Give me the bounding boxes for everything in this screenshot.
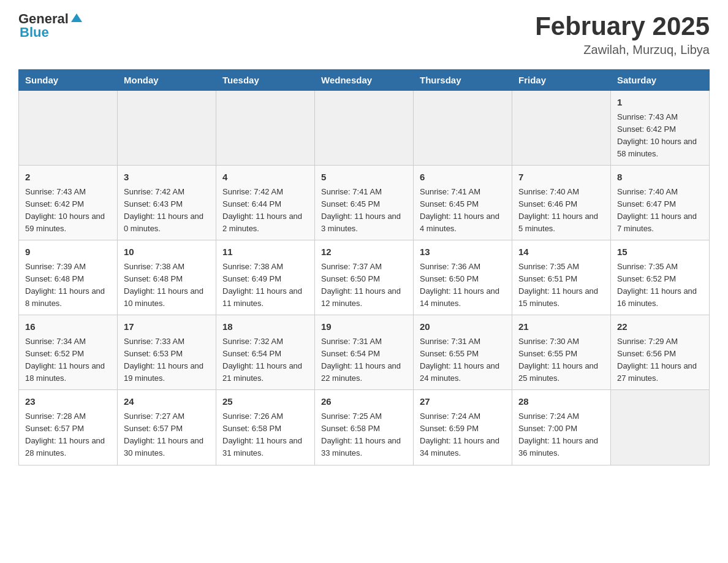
day-info: Sunrise: 7:28 AMSunset: 6:57 PMDaylight:…	[25, 412, 105, 458]
calendar-day-cell	[611, 390, 710, 465]
day-info: Sunrise: 7:30 AMSunset: 6:55 PMDaylight:…	[518, 337, 598, 383]
calendar-day-cell: 11Sunrise: 7:38 AMSunset: 6:49 PMDayligh…	[216, 240, 315, 315]
day-info: Sunrise: 7:36 AMSunset: 6:50 PMDaylight:…	[420, 262, 499, 308]
calendar-day-cell: 3Sunrise: 7:42 AMSunset: 6:43 PMDaylight…	[118, 166, 216, 240]
calendar-week-row: 2Sunrise: 7:43 AMSunset: 6:42 PMDaylight…	[19, 166, 710, 240]
day-number: 21	[518, 320, 604, 334]
day-of-week-header: Thursday	[414, 70, 512, 91]
day-number: 28	[518, 395, 604, 409]
day-number: 11	[222, 245, 308, 259]
day-number: 13	[420, 245, 506, 259]
day-info: Sunrise: 7:39 AMSunset: 6:48 PMDaylight:…	[25, 262, 105, 308]
logo: General Blue	[18, 12, 83, 39]
calendar-day-cell: 4Sunrise: 7:42 AMSunset: 6:44 PMDaylight…	[216, 166, 315, 240]
calendar-day-cell: 8Sunrise: 7:40 AMSunset: 6:47 PMDaylight…	[611, 166, 710, 240]
logo-general-text: General	[18, 12, 69, 26]
day-info: Sunrise: 7:31 AMSunset: 6:55 PMDaylight:…	[420, 337, 499, 383]
day-number: 6	[420, 170, 506, 185]
calendar-day-cell: 5Sunrise: 7:41 AMSunset: 6:45 PMDaylight…	[315, 166, 414, 240]
day-info: Sunrise: 7:25 AMSunset: 6:58 PMDaylight:…	[321, 412, 401, 458]
calendar-week-row: 1Sunrise: 7:43 AMSunset: 6:42 PMDaylight…	[19, 91, 710, 166]
day-number: 19	[321, 320, 407, 334]
calendar-header-row: SundayMondayTuesdayWednesdayThursdayFrid…	[19, 70, 710, 91]
calendar-day-cell: 25Sunrise: 7:26 AMSunset: 6:58 PMDayligh…	[216, 390, 315, 465]
title-section: February 2025 Zawilah, Murzuq, Libya	[535, 12, 710, 57]
day-number: 22	[617, 320, 703, 334]
day-of-week-header: Wednesday	[315, 70, 414, 91]
day-info: Sunrise: 7:40 AMSunset: 6:47 PMDaylight:…	[617, 187, 697, 233]
calendar-day-cell: 18Sunrise: 7:32 AMSunset: 6:54 PMDayligh…	[216, 315, 315, 390]
day-info: Sunrise: 7:31 AMSunset: 6:54 PMDaylight:…	[321, 337, 401, 383]
day-number: 14	[518, 245, 604, 259]
day-of-week-header: Tuesday	[216, 70, 315, 91]
logo-blue-text: Blue	[18, 26, 49, 39]
calendar-week-row: 23Sunrise: 7:28 AMSunset: 6:57 PMDayligh…	[19, 390, 710, 465]
day-info: Sunrise: 7:38 AMSunset: 6:49 PMDaylight:…	[222, 262, 302, 308]
calendar-day-cell: 9Sunrise: 7:39 AMSunset: 6:48 PMDaylight…	[19, 240, 118, 315]
calendar-day-cell: 20Sunrise: 7:31 AMSunset: 6:55 PMDayligh…	[414, 315, 512, 390]
calendar-day-cell: 6Sunrise: 7:41 AMSunset: 6:45 PMDaylight…	[414, 166, 512, 240]
calendar-day-cell	[118, 91, 216, 166]
day-number: 5	[321, 170, 407, 185]
day-info: Sunrise: 7:42 AMSunset: 6:43 PMDaylight:…	[124, 187, 203, 233]
day-info: Sunrise: 7:37 AMSunset: 6:50 PMDaylight:…	[321, 262, 401, 308]
calendar-day-cell: 12Sunrise: 7:37 AMSunset: 6:50 PMDayligh…	[315, 240, 414, 315]
calendar-day-cell: 22Sunrise: 7:29 AMSunset: 6:56 PMDayligh…	[611, 315, 710, 390]
day-number: 23	[25, 395, 111, 409]
logo-triangle-icon	[70, 12, 83, 23]
day-info: Sunrise: 7:42 AMSunset: 6:44 PMDaylight:…	[222, 187, 302, 233]
logo-line1: General	[18, 12, 83, 26]
day-number: 3	[124, 170, 210, 185]
day-number: 2	[25, 170, 111, 185]
calendar-day-cell	[216, 91, 315, 166]
day-info: Sunrise: 7:41 AMSunset: 6:45 PMDaylight:…	[321, 187, 401, 233]
day-info: Sunrise: 7:26 AMSunset: 6:58 PMDaylight:…	[222, 412, 302, 458]
calendar-day-cell: 7Sunrise: 7:40 AMSunset: 6:46 PMDaylight…	[512, 166, 611, 240]
day-info: Sunrise: 7:43 AMSunset: 6:42 PMDaylight:…	[617, 112, 697, 158]
day-of-week-header: Friday	[512, 70, 611, 91]
day-number: 1	[617, 96, 703, 110]
calendar-day-cell: 14Sunrise: 7:35 AMSunset: 6:51 PMDayligh…	[512, 240, 611, 315]
day-number: 24	[124, 395, 210, 409]
day-of-week-header: Sunday	[19, 70, 118, 91]
day-number: 25	[222, 395, 308, 409]
day-info: Sunrise: 7:24 AMSunset: 6:59 PMDaylight:…	[420, 412, 499, 458]
day-of-week-header: Saturday	[611, 70, 710, 91]
day-info: Sunrise: 7:35 AMSunset: 6:52 PMDaylight:…	[617, 262, 697, 308]
calendar-day-cell: 1Sunrise: 7:43 AMSunset: 6:42 PMDaylight…	[611, 91, 710, 166]
calendar-day-cell: 26Sunrise: 7:25 AMSunset: 6:58 PMDayligh…	[315, 390, 414, 465]
day-number: 27	[420, 395, 506, 409]
day-number: 10	[124, 245, 210, 259]
calendar-day-cell: 10Sunrise: 7:38 AMSunset: 6:48 PMDayligh…	[118, 240, 216, 315]
day-info: Sunrise: 7:43 AMSunset: 6:42 PMDaylight:…	[25, 187, 105, 233]
calendar-day-cell: 27Sunrise: 7:24 AMSunset: 6:59 PMDayligh…	[414, 390, 512, 465]
day-number: 20	[420, 320, 506, 334]
day-number: 16	[25, 320, 111, 334]
day-info: Sunrise: 7:24 AMSunset: 7:00 PMDaylight:…	[518, 412, 598, 458]
day-info: Sunrise: 7:34 AMSunset: 6:52 PMDaylight:…	[25, 337, 105, 383]
calendar-day-cell: 21Sunrise: 7:30 AMSunset: 6:55 PMDayligh…	[512, 315, 611, 390]
day-info: Sunrise: 7:40 AMSunset: 6:46 PMDaylight:…	[518, 187, 598, 233]
day-number: 17	[124, 320, 210, 334]
month-title: February 2025	[535, 12, 710, 40]
calendar-day-cell	[19, 91, 118, 166]
calendar-day-cell	[315, 91, 414, 166]
calendar-day-cell: 23Sunrise: 7:28 AMSunset: 6:57 PMDayligh…	[19, 390, 118, 465]
day-info: Sunrise: 7:27 AMSunset: 6:57 PMDaylight:…	[124, 412, 203, 458]
day-info: Sunrise: 7:38 AMSunset: 6:48 PMDaylight:…	[124, 262, 203, 308]
calendar-day-cell: 19Sunrise: 7:31 AMSunset: 6:54 PMDayligh…	[315, 315, 414, 390]
calendar-table: SundayMondayTuesdayWednesdayThursdayFrid…	[18, 69, 710, 465]
day-of-week-header: Monday	[118, 70, 216, 91]
location-text: Zawilah, Murzuq, Libya	[535, 43, 710, 57]
day-number: 4	[222, 170, 308, 185]
calendar-week-row: 16Sunrise: 7:34 AMSunset: 6:52 PMDayligh…	[19, 315, 710, 390]
svg-marker-0	[71, 13, 82, 22]
calendar-day-cell: 13Sunrise: 7:36 AMSunset: 6:50 PMDayligh…	[414, 240, 512, 315]
day-info: Sunrise: 7:41 AMSunset: 6:45 PMDaylight:…	[420, 187, 499, 233]
calendar-day-cell: 17Sunrise: 7:33 AMSunset: 6:53 PMDayligh…	[118, 315, 216, 390]
page-header: General Blue February 2025 Zawilah, Murz…	[18, 12, 710, 57]
calendar-day-cell: 16Sunrise: 7:34 AMSunset: 6:52 PMDayligh…	[19, 315, 118, 390]
calendar-day-cell: 15Sunrise: 7:35 AMSunset: 6:52 PMDayligh…	[611, 240, 710, 315]
day-number: 8	[617, 170, 703, 185]
calendar-week-row: 9Sunrise: 7:39 AMSunset: 6:48 PMDaylight…	[19, 240, 710, 315]
